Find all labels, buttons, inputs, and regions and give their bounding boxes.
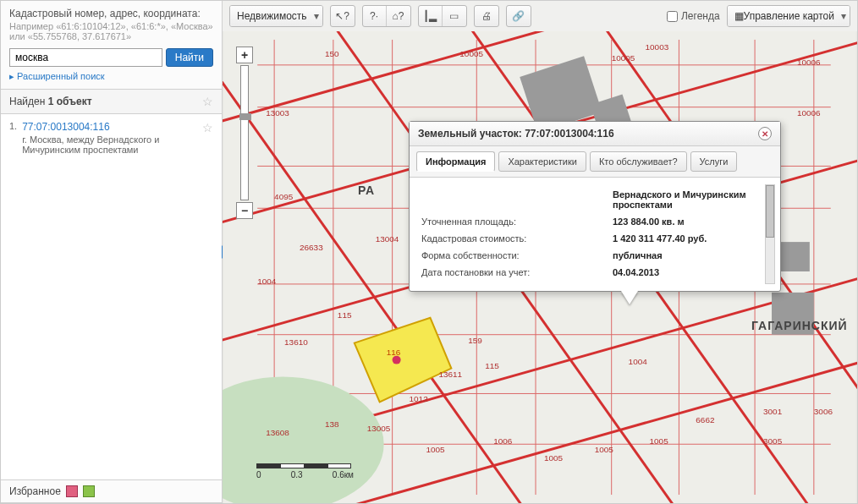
svg-text:10006: 10006: [797, 108, 821, 118]
zoom-out-button[interactable]: −: [236, 202, 253, 219]
popup-scrollbar-thumb[interactable]: [766, 185, 774, 238]
svg-text:13003: 13003: [266, 108, 289, 118]
info-label-cost: Кадастровая стоимость:: [421, 233, 613, 244]
search-title: Кадастровый номер, адрес, координата:: [9, 8, 213, 19]
scale-bar: 0 0.3 0.6км: [256, 463, 354, 479]
svg-text:1005: 1005: [650, 436, 669, 446]
link-icon[interactable]: 🔗: [507, 6, 531, 26]
svg-text:13611: 13611: [438, 370, 462, 379]
svg-text:1004: 1004: [629, 357, 648, 366]
map-manage-dropdown[interactable]: ▦ Управление картой: [728, 6, 850, 26]
svg-text:159: 159: [468, 336, 482, 345]
scale-label-1: 0.3: [291, 470, 303, 479]
info-value-cost: 1 420 311 477.40 руб.: [613, 233, 756, 244]
svg-text:10005: 10005: [612, 53, 635, 63]
result-item: 1. 77:07:0013004:116 г. Москва, между Ве…: [1, 114, 222, 162]
layer-dropdown[interactable]: Недвижимость: [230, 6, 322, 26]
popup-tabs: Информация Характеристики Кто обслуживае…: [410, 146, 780, 178]
pointer-tool-icon[interactable]: ↖?: [331, 6, 355, 26]
svg-text:6662: 6662: [696, 415, 715, 425]
svg-text:116: 116: [387, 348, 401, 357]
info-label-area: Уточненная площадь:: [421, 216, 613, 227]
layer-dropdown-label: Недвижимость: [237, 10, 307, 22]
svg-text:115: 115: [485, 361, 499, 370]
favorites-delete-icon[interactable]: [66, 485, 78, 497]
results-header: Найден 1 объект ☆: [1, 90, 222, 114]
search-panel: Кадастровый номер, адрес, координата: На…: [1, 1, 222, 90]
toolbar: Недвижимость ↖? ?· ⌂? ┃▂ ▭ 🖨 🔗 Лег: [226, 4, 854, 28]
popup-tail-icon: [621, 291, 638, 304]
zoom-in-button[interactable]: +: [236, 47, 253, 63]
legend-checkbox[interactable]: Легенда: [667, 10, 720, 22]
svg-text:1012: 1012: [410, 394, 429, 403]
favorites-bar: Избранное: [1, 479, 222, 503]
print-icon[interactable]: 🖨: [475, 6, 498, 26]
tab-service[interactable]: Кто обслуживает?: [590, 151, 687, 172]
svg-text:13610: 13610: [284, 337, 308, 347]
favorite-star-icon[interactable]: ☆: [202, 95, 213, 108]
svg-text:1005: 1005: [595, 445, 614, 454]
search-button[interactable]: Найти: [166, 48, 213, 67]
district-label-gagarinskiy: ГАГАРИНСКИЙ: [751, 319, 848, 332]
scale-label-2: 0.6км: [333, 470, 354, 479]
svg-text:3006: 3006: [814, 407, 833, 416]
legend-label: Легенда: [681, 10, 720, 22]
tab-info[interactable]: Информация: [416, 151, 495, 172]
result-star-icon[interactable]: ☆: [202, 121, 213, 155]
svg-text:13004: 13004: [376, 234, 399, 244]
scale-label-0: 0: [256, 470, 261, 479]
svg-text:1004: 1004: [257, 277, 277, 286]
zoom-control: + −: [236, 47, 253, 219]
svg-text:13608: 13608: [266, 428, 289, 437]
svg-text:4095: 4095: [274, 192, 294, 201]
results-count-prefix: Найден: [9, 96, 48, 107]
svg-text:1006: 1006: [493, 436, 513, 446]
svg-text:138: 138: [325, 419, 339, 429]
svg-text:10006: 10006: [797, 58, 821, 67]
popup-header: Земельный участок: 77:07:0013004:116 ✕: [410, 122, 780, 146]
svg-text:1005: 1005: [426, 445, 445, 454]
search-hint: Например «61:6:10104:12», «61:6:*», «Мос…: [9, 21, 213, 41]
info-value-ownership: публичная: [613, 250, 756, 260]
tab-characteristics[interactable]: Характеристики: [498, 151, 586, 172]
svg-point-16: [393, 356, 401, 364]
results-count: Найден 1 объект: [9, 96, 92, 107]
popup-scrollbar[interactable]: [765, 184, 775, 284]
svg-text:115: 115: [338, 310, 352, 320]
zoom-slider-thumb[interactable]: [239, 113, 251, 120]
info-label-ownership: Форма собственности:: [421, 250, 613, 260]
popup-title: Земельный участок: 77:07:0013004:116: [418, 128, 614, 140]
info-label-date: Дата постановки на учет:: [421, 267, 613, 277]
info-tool-icon[interactable]: ⌂?: [387, 6, 410, 26]
svg-text:3001: 3001: [763, 407, 783, 416]
parcel-popup: Земельный участок: 77:07:0013004:116 ✕ И…: [409, 121, 781, 292]
favorites-export-icon[interactable]: [83, 485, 95, 497]
zoom-slider-track[interactable]: [240, 65, 249, 200]
popup-close-button[interactable]: ✕: [758, 127, 772, 140]
popup-body: Вернадского и Мичуринским проспектами Ут…: [410, 178, 780, 291]
advanced-search-link[interactable]: Расширенный поиск: [9, 71, 105, 81]
measure-line-icon[interactable]: ┃▂: [419, 6, 443, 26]
search-input[interactable]: [9, 48, 162, 67]
svg-text:10005: 10005: [459, 49, 483, 58]
result-number: 1.: [9, 121, 17, 155]
svg-text:26633: 26633: [300, 243, 323, 252]
result-address: г. Москва, между Вернадского и Мичуринск…: [22, 134, 197, 155]
legend-checkbox-input[interactable]: [667, 11, 678, 22]
svg-text:1005: 1005: [544, 453, 564, 463]
svg-text:13005: 13005: [367, 424, 391, 433]
tab-services2[interactable]: Услуги: [690, 151, 738, 172]
sidebar: Кадастровый номер, адрес, координата: На…: [1, 1, 223, 503]
result-link[interactable]: 77:07:0013004:116: [22, 121, 197, 133]
svg-text:3005: 3005: [763, 436, 783, 446]
map-manage-label: Управление картой: [744, 10, 834, 22]
district-label-ra: РА: [358, 184, 375, 197]
results-count-value: 1 объект: [48, 96, 92, 107]
help-tool-icon[interactable]: ?·: [363, 6, 387, 26]
svg-text:150: 150: [325, 49, 339, 58]
svg-text:10003: 10003: [646, 42, 669, 52]
popup-address: Вернадского и Мичуринским проспектами: [613, 189, 756, 210]
info-value-area: 123 884.00 кв. м: [613, 216, 756, 227]
measure-area-icon[interactable]: ▭: [443, 6, 466, 26]
map-area: Недвижимость ↖? ?· ⌂? ┃▂ ▭ 🖨 🔗 Лег: [223, 1, 857, 503]
